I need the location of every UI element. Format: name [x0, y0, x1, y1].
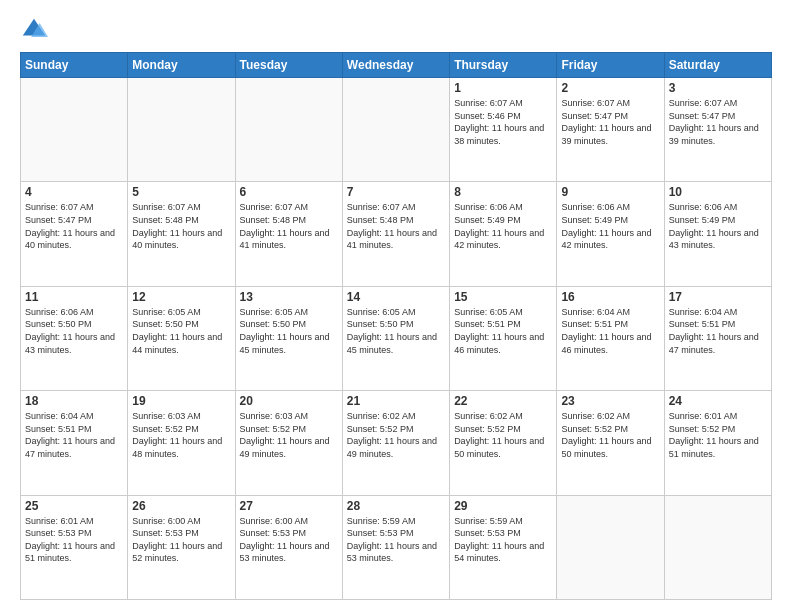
calendar-cell: 26Sunrise: 6:00 AMSunset: 5:53 PMDayligh…	[128, 495, 235, 599]
calendar-header-monday: Monday	[128, 53, 235, 78]
day-number: 18	[25, 394, 123, 408]
logo-icon	[20, 16, 48, 44]
day-detail: Sunrise: 6:02 AMSunset: 5:52 PMDaylight:…	[347, 410, 445, 460]
calendar-cell: 7Sunrise: 6:07 AMSunset: 5:48 PMDaylight…	[342, 182, 449, 286]
calendar-week-row: 4Sunrise: 6:07 AMSunset: 5:47 PMDaylight…	[21, 182, 772, 286]
day-detail: Sunrise: 6:03 AMSunset: 5:52 PMDaylight:…	[240, 410, 338, 460]
day-detail: Sunrise: 6:04 AMSunset: 5:51 PMDaylight:…	[25, 410, 123, 460]
day-detail: Sunrise: 6:01 AMSunset: 5:52 PMDaylight:…	[669, 410, 767, 460]
calendar-week-row: 11Sunrise: 6:06 AMSunset: 5:50 PMDayligh…	[21, 286, 772, 390]
day-number: 1	[454, 81, 552, 95]
day-detail: Sunrise: 6:05 AMSunset: 5:50 PMDaylight:…	[347, 306, 445, 356]
calendar-week-row: 25Sunrise: 6:01 AMSunset: 5:53 PMDayligh…	[21, 495, 772, 599]
day-detail: Sunrise: 6:07 AMSunset: 5:47 PMDaylight:…	[25, 201, 123, 251]
day-detail: Sunrise: 6:04 AMSunset: 5:51 PMDaylight:…	[669, 306, 767, 356]
header	[20, 16, 772, 44]
page: SundayMondayTuesdayWednesdayThursdayFrid…	[0, 0, 792, 612]
calendar-cell: 22Sunrise: 6:02 AMSunset: 5:52 PMDayligh…	[450, 391, 557, 495]
calendar-cell	[128, 78, 235, 182]
day-detail: Sunrise: 6:07 AMSunset: 5:47 PMDaylight:…	[669, 97, 767, 147]
calendar-cell: 5Sunrise: 6:07 AMSunset: 5:48 PMDaylight…	[128, 182, 235, 286]
day-number: 11	[25, 290, 123, 304]
calendar-cell: 8Sunrise: 6:06 AMSunset: 5:49 PMDaylight…	[450, 182, 557, 286]
calendar-cell	[342, 78, 449, 182]
calendar-cell: 23Sunrise: 6:02 AMSunset: 5:52 PMDayligh…	[557, 391, 664, 495]
calendar-cell	[664, 495, 771, 599]
day-number: 21	[347, 394, 445, 408]
calendar-cell: 24Sunrise: 6:01 AMSunset: 5:52 PMDayligh…	[664, 391, 771, 495]
calendar-cell	[21, 78, 128, 182]
day-number: 16	[561, 290, 659, 304]
logo	[20, 16, 52, 44]
day-number: 29	[454, 499, 552, 513]
day-detail: Sunrise: 6:07 AMSunset: 5:48 PMDaylight:…	[132, 201, 230, 251]
day-detail: Sunrise: 6:05 AMSunset: 5:51 PMDaylight:…	[454, 306, 552, 356]
calendar-header-wednesday: Wednesday	[342, 53, 449, 78]
calendar-cell	[235, 78, 342, 182]
day-detail: Sunrise: 6:04 AMSunset: 5:51 PMDaylight:…	[561, 306, 659, 356]
calendar-header-saturday: Saturday	[664, 53, 771, 78]
day-number: 14	[347, 290, 445, 304]
calendar-cell: 3Sunrise: 6:07 AMSunset: 5:47 PMDaylight…	[664, 78, 771, 182]
day-number: 28	[347, 499, 445, 513]
day-detail: Sunrise: 6:03 AMSunset: 5:52 PMDaylight:…	[132, 410, 230, 460]
day-detail: Sunrise: 6:06 AMSunset: 5:49 PMDaylight:…	[669, 201, 767, 251]
calendar-header-sunday: Sunday	[21, 53, 128, 78]
calendar-table: SundayMondayTuesdayWednesdayThursdayFrid…	[20, 52, 772, 600]
calendar-cell: 10Sunrise: 6:06 AMSunset: 5:49 PMDayligh…	[664, 182, 771, 286]
day-number: 3	[669, 81, 767, 95]
calendar-cell: 13Sunrise: 6:05 AMSunset: 5:50 PMDayligh…	[235, 286, 342, 390]
calendar-cell: 17Sunrise: 6:04 AMSunset: 5:51 PMDayligh…	[664, 286, 771, 390]
calendar-cell: 19Sunrise: 6:03 AMSunset: 5:52 PMDayligh…	[128, 391, 235, 495]
day-number: 22	[454, 394, 552, 408]
day-number: 17	[669, 290, 767, 304]
day-detail: Sunrise: 6:06 AMSunset: 5:49 PMDaylight:…	[454, 201, 552, 251]
calendar-cell: 12Sunrise: 6:05 AMSunset: 5:50 PMDayligh…	[128, 286, 235, 390]
calendar-cell: 21Sunrise: 6:02 AMSunset: 5:52 PMDayligh…	[342, 391, 449, 495]
day-number: 15	[454, 290, 552, 304]
day-detail: Sunrise: 6:02 AMSunset: 5:52 PMDaylight:…	[561, 410, 659, 460]
day-number: 9	[561, 185, 659, 199]
day-number: 4	[25, 185, 123, 199]
calendar-header-thursday: Thursday	[450, 53, 557, 78]
day-number: 27	[240, 499, 338, 513]
day-detail: Sunrise: 5:59 AMSunset: 5:53 PMDaylight:…	[454, 515, 552, 565]
day-detail: Sunrise: 6:07 AMSunset: 5:47 PMDaylight:…	[561, 97, 659, 147]
day-number: 12	[132, 290, 230, 304]
calendar-cell: 20Sunrise: 6:03 AMSunset: 5:52 PMDayligh…	[235, 391, 342, 495]
day-detail: Sunrise: 6:06 AMSunset: 5:49 PMDaylight:…	[561, 201, 659, 251]
day-number: 5	[132, 185, 230, 199]
calendar-cell: 29Sunrise: 5:59 AMSunset: 5:53 PMDayligh…	[450, 495, 557, 599]
day-detail: Sunrise: 6:07 AMSunset: 5:48 PMDaylight:…	[347, 201, 445, 251]
day-detail: Sunrise: 6:07 AMSunset: 5:48 PMDaylight:…	[240, 201, 338, 251]
day-number: 26	[132, 499, 230, 513]
day-detail: Sunrise: 6:05 AMSunset: 5:50 PMDaylight:…	[132, 306, 230, 356]
calendar-cell: 27Sunrise: 6:00 AMSunset: 5:53 PMDayligh…	[235, 495, 342, 599]
calendar-cell: 14Sunrise: 6:05 AMSunset: 5:50 PMDayligh…	[342, 286, 449, 390]
day-number: 7	[347, 185, 445, 199]
day-number: 23	[561, 394, 659, 408]
day-number: 19	[132, 394, 230, 408]
day-detail: Sunrise: 6:06 AMSunset: 5:50 PMDaylight:…	[25, 306, 123, 356]
day-number: 6	[240, 185, 338, 199]
day-detail: Sunrise: 6:07 AMSunset: 5:46 PMDaylight:…	[454, 97, 552, 147]
day-number: 24	[669, 394, 767, 408]
calendar-cell: 16Sunrise: 6:04 AMSunset: 5:51 PMDayligh…	[557, 286, 664, 390]
day-detail: Sunrise: 5:59 AMSunset: 5:53 PMDaylight:…	[347, 515, 445, 565]
calendar-header-row: SundayMondayTuesdayWednesdayThursdayFrid…	[21, 53, 772, 78]
calendar-header-friday: Friday	[557, 53, 664, 78]
day-detail: Sunrise: 6:01 AMSunset: 5:53 PMDaylight:…	[25, 515, 123, 565]
day-detail: Sunrise: 6:02 AMSunset: 5:52 PMDaylight:…	[454, 410, 552, 460]
calendar-cell	[557, 495, 664, 599]
calendar-cell: 18Sunrise: 6:04 AMSunset: 5:51 PMDayligh…	[21, 391, 128, 495]
day-number: 8	[454, 185, 552, 199]
day-detail: Sunrise: 6:00 AMSunset: 5:53 PMDaylight:…	[240, 515, 338, 565]
calendar-cell: 2Sunrise: 6:07 AMSunset: 5:47 PMDaylight…	[557, 78, 664, 182]
calendar-header-tuesday: Tuesday	[235, 53, 342, 78]
day-number: 13	[240, 290, 338, 304]
calendar-cell: 15Sunrise: 6:05 AMSunset: 5:51 PMDayligh…	[450, 286, 557, 390]
day-number: 25	[25, 499, 123, 513]
calendar-cell: 28Sunrise: 5:59 AMSunset: 5:53 PMDayligh…	[342, 495, 449, 599]
day-number: 10	[669, 185, 767, 199]
calendar-cell: 1Sunrise: 6:07 AMSunset: 5:46 PMDaylight…	[450, 78, 557, 182]
